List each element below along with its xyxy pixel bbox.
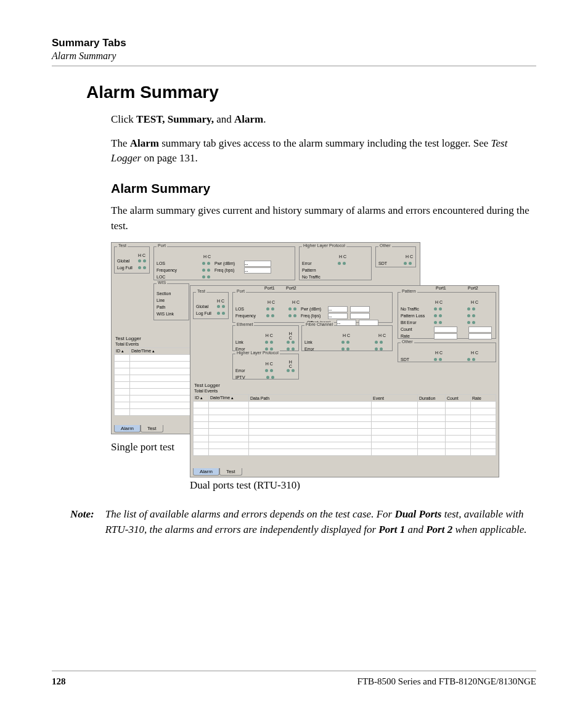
sub-title: Alarm Summary <box>111 181 536 196</box>
text: Click <box>111 113 136 125</box>
group-title: Port <box>157 243 167 248</box>
header-subsection: Alarm Summary <box>52 51 536 62</box>
led-icon <box>338 262 341 265</box>
row-label: Bit Error <box>401 320 431 325</box>
led-icon <box>293 314 296 317</box>
row-label: No Traffic <box>401 307 431 311</box>
group-test: Test H C Global Log Full <box>114 246 150 274</box>
led-icon <box>270 369 273 372</box>
led-icon <box>409 262 412 265</box>
hc-header: H C <box>471 300 478 304</box>
col-id[interactable]: ID ▴ <box>194 395 209 402</box>
col-id[interactable]: ID ▴ <box>115 348 130 355</box>
row-label: Line <box>157 298 179 302</box>
led-icon <box>292 369 295 372</box>
col-duration[interactable]: Duration <box>418 395 446 402</box>
col-rate[interactable]: Rate <box>471 395 496 402</box>
col-datapath[interactable]: Data Path <box>249 395 372 402</box>
col-datetime[interactable]: Date/Time ▴ <box>209 395 249 402</box>
row-label: Path <box>157 305 179 309</box>
led-icon <box>467 358 470 361</box>
led-icon <box>288 314 292 317</box>
tab-test[interactable]: Test <box>219 468 242 476</box>
caption-dual-ports: Dual ports test (RTU-310) <box>190 479 300 492</box>
tabs: Alarm Test <box>114 425 163 432</box>
value-field <box>434 333 457 339</box>
group-test: Test H C Global Log Full <box>193 292 229 319</box>
row-label: Link <box>304 340 339 344</box>
value-field <box>468 327 492 333</box>
note-body: The list of available alarms and errors … <box>105 507 536 537</box>
group-title: Other <box>378 243 392 248</box>
led-icon <box>271 314 274 317</box>
led-icon <box>138 259 141 262</box>
text: The list of available alarms and errors … <box>105 508 395 520</box>
hc-header: H C <box>267 300 279 304</box>
note-block: Note: The list of available alarms and e… <box>70 507 536 537</box>
hc-header: H C <box>289 360 296 368</box>
led-icon <box>202 269 205 272</box>
led-icon <box>266 314 269 317</box>
text: . <box>263 113 266 125</box>
page-number: 128 <box>52 676 66 687</box>
hc-header: H C <box>117 253 147 258</box>
led-icon <box>143 259 146 262</box>
led-icon <box>439 307 442 310</box>
hc-header: H C <box>378 333 386 338</box>
table-row <box>194 436 496 442</box>
port2-hdr: Port2 <box>286 286 296 290</box>
value-field: -- <box>244 261 271 267</box>
value-field <box>359 320 378 326</box>
led-icon <box>434 307 437 310</box>
led-icon <box>288 307 292 310</box>
led-icon <box>439 358 442 361</box>
led-icon <box>270 341 273 344</box>
led-icon <box>434 358 437 361</box>
row-label: SDT <box>378 261 401 266</box>
intro-line2: The Alarm summary tab gives access to th… <box>111 136 536 166</box>
main-title: Alarm Summary <box>86 83 536 102</box>
value-field <box>350 306 370 312</box>
hc-header: H C <box>289 331 296 340</box>
tab-alarm[interactable]: Alarm <box>193 468 219 476</box>
text: summary tab gives access to the alarm su… <box>159 137 491 149</box>
led-icon <box>222 312 225 315</box>
hc-header: H C <box>196 299 226 303</box>
group-other: Other H CH C SDT <box>398 343 496 362</box>
logger-table: ID ▴ Date/Time ▴ Data Path Event Duratio… <box>193 394 496 456</box>
row-label: Pattern <box>302 268 335 272</box>
row-label: Global <box>196 304 214 309</box>
group-port: Port H C LOSPwr (dBm)-- FrequencyFreq (b… <box>153 246 295 280</box>
row-label: Freq (bps) <box>301 314 325 318</box>
group-title: Port <box>235 289 246 293</box>
tab-alarm[interactable]: Alarm <box>114 425 141 432</box>
text-bold: Port 1 <box>378 524 405 535</box>
led-icon <box>292 341 295 344</box>
group-title: Other <box>401 339 414 344</box>
group-ethernet: Ethernet H CH C Link Error <box>232 325 299 351</box>
intro-line1: Click TEST, Summary, and Alarm. <box>111 112 536 128</box>
tabs: Alarm Test <box>193 468 242 476</box>
led-icon <box>467 314 470 317</box>
led-icon <box>380 347 383 351</box>
header-section: Summary Tabs <box>52 37 536 49</box>
text: and <box>405 524 426 535</box>
group-pattern: Pattern H CH C No Traffic Pattern Loss B… <box>398 292 496 339</box>
led-icon <box>271 376 274 379</box>
row-label: Link <box>235 340 263 344</box>
led-icon <box>292 347 295 351</box>
tab-test[interactable]: Test <box>141 425 163 432</box>
led-icon <box>271 307 274 310</box>
group-title: Fibre Channel <box>304 322 334 327</box>
hc-header: H C <box>266 333 276 338</box>
led-icon <box>207 262 210 265</box>
footer: 128 FTB-8500 Series and FTB-8120NGE/8130… <box>52 670 536 687</box>
test-logger: Test Logger Total Events ID ▴ Date/Time … <box>193 382 496 456</box>
value-field <box>434 327 457 333</box>
col-count[interactable]: Count <box>446 395 471 402</box>
row-label: No Traffic <box>302 275 335 279</box>
led-icon <box>346 341 349 344</box>
group-title: WIS <box>157 280 167 285</box>
col-event[interactable]: Event <box>372 395 418 402</box>
value-field: -- <box>328 313 348 319</box>
